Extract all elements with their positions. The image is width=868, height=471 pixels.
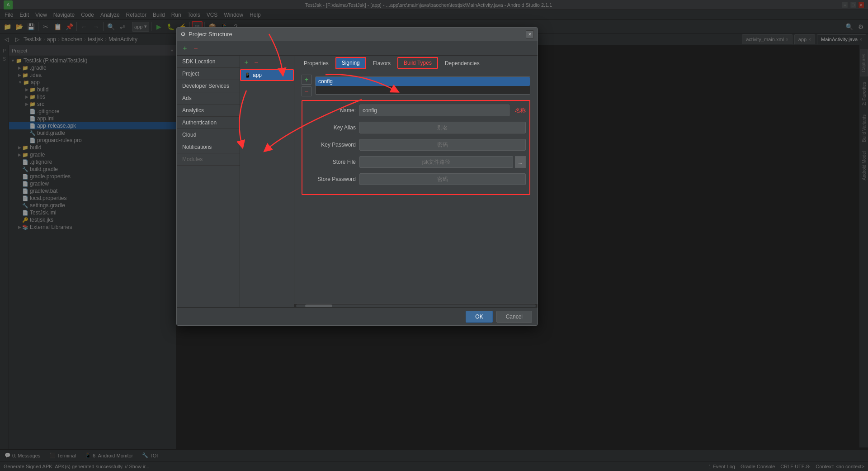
scrollbar-track[interactable] xyxy=(296,304,536,307)
nav-notifications[interactable]: Notifications xyxy=(177,141,240,153)
key-alias-label: Key Alias xyxy=(306,124,356,131)
dialog-title-text: Project Structure xyxy=(189,31,232,38)
dialog-scrollbar[interactable] xyxy=(294,304,538,307)
signing-form: + − config xyxy=(294,69,538,304)
module-add-btn[interactable]: + xyxy=(242,58,251,67)
tab-properties[interactable]: Properties xyxy=(298,57,335,69)
nav-sdk-location[interactable]: SDK Location xyxy=(177,56,240,68)
tab-flavors[interactable]: Flavors xyxy=(367,57,396,69)
key-password-row: Key Password xyxy=(306,139,526,151)
nav-modules[interactable]: Modules xyxy=(177,153,240,166)
module-toolbar: + − xyxy=(240,56,294,69)
module-app-label: app xyxy=(253,72,262,78)
store-password-row: Store Password xyxy=(306,173,526,185)
config-buttons: + − xyxy=(302,75,311,96)
tab-build-types[interactable]: Build Types xyxy=(397,57,438,69)
ok-button[interactable]: OK xyxy=(466,311,492,323)
key-alias-input[interactable] xyxy=(359,122,526,133)
dialog-body: + − SDK Location Project Developer Servi… xyxy=(177,41,538,307)
store-file-browse-btn[interactable]: ... xyxy=(515,156,526,168)
nav-cloud[interactable]: Cloud xyxy=(177,129,240,141)
dialog-title-bar: ⚙ Project Structure × xyxy=(177,28,538,41)
dialog-title: ⚙ Project Structure xyxy=(180,31,526,38)
tab-signing[interactable]: Signing xyxy=(335,57,366,69)
dialog-footer: OK Cancel xyxy=(177,307,538,325)
dialog-overlay: ⚙ Project Structure × + − SDK Location P… xyxy=(0,0,868,471)
config-list[interactable]: config xyxy=(315,76,530,95)
scrollbar-thumb[interactable] xyxy=(305,304,332,307)
tab-dependencies[interactable]: Dependencies xyxy=(439,57,486,69)
name-label: Name: xyxy=(306,107,356,114)
config-add-btn[interactable]: + xyxy=(302,75,311,85)
dialog-add-button[interactable]: + xyxy=(180,44,189,53)
key-password-label: Key Password xyxy=(306,142,356,148)
dialog-close-button[interactable]: × xyxy=(526,30,534,38)
dialog-title-icon: ⚙ xyxy=(180,31,186,38)
store-file-input-group: ... xyxy=(359,156,526,168)
dialog-modules-panel: + − 📱 app xyxy=(240,56,294,307)
config-item-label: config xyxy=(318,78,333,85)
form-fields-container: Name: 名称 Key Alias Key Pas xyxy=(302,100,530,195)
cancel-button[interactable]: Cancel xyxy=(496,311,532,323)
store-file-row: Store File ... xyxy=(306,156,526,168)
nav-project[interactable]: Project xyxy=(177,68,240,80)
key-password-input[interactable] xyxy=(359,139,526,151)
store-file-label: Store File xyxy=(306,159,356,165)
name-input[interactable] xyxy=(359,105,509,116)
module-app[interactable]: 📱 app xyxy=(240,69,294,81)
config-item-config[interactable]: config xyxy=(316,77,530,86)
store-password-label: Store Password xyxy=(306,176,356,182)
store-file-input[interactable] xyxy=(359,156,513,168)
dialog-content: SDK Location Project Developer Services … xyxy=(177,56,538,307)
module-app-icon: 📱 xyxy=(245,72,251,78)
dialog-remove-button[interactable]: − xyxy=(191,44,200,53)
config-area: + − config xyxy=(302,75,530,96)
dialog-tabs: Properties Signing Flavors Build Types D… xyxy=(294,56,538,69)
nav-analytics[interactable]: Analytics xyxy=(177,105,240,117)
nav-authentication[interactable]: Authentication xyxy=(177,117,240,129)
config-remove-btn[interactable]: − xyxy=(302,86,311,96)
name-hint: 名称 xyxy=(515,107,526,114)
dialog-toolbar: + − xyxy=(177,41,538,56)
dialog-right-panel: Properties Signing Flavors Build Types D… xyxy=(294,56,538,307)
nav-ads[interactable]: Ads xyxy=(177,92,240,105)
dialog-left-nav: SDK Location Project Developer Services … xyxy=(177,56,240,307)
project-structure-dialog: ⚙ Project Structure × + − SDK Location P… xyxy=(176,27,538,326)
store-password-input[interactable] xyxy=(359,173,526,185)
name-row: Name: 名称 xyxy=(306,105,526,116)
key-alias-row: Key Alias xyxy=(306,122,526,133)
nav-developer-services[interactable]: Developer Services xyxy=(177,80,240,92)
module-remove-btn[interactable]: − xyxy=(252,58,261,67)
